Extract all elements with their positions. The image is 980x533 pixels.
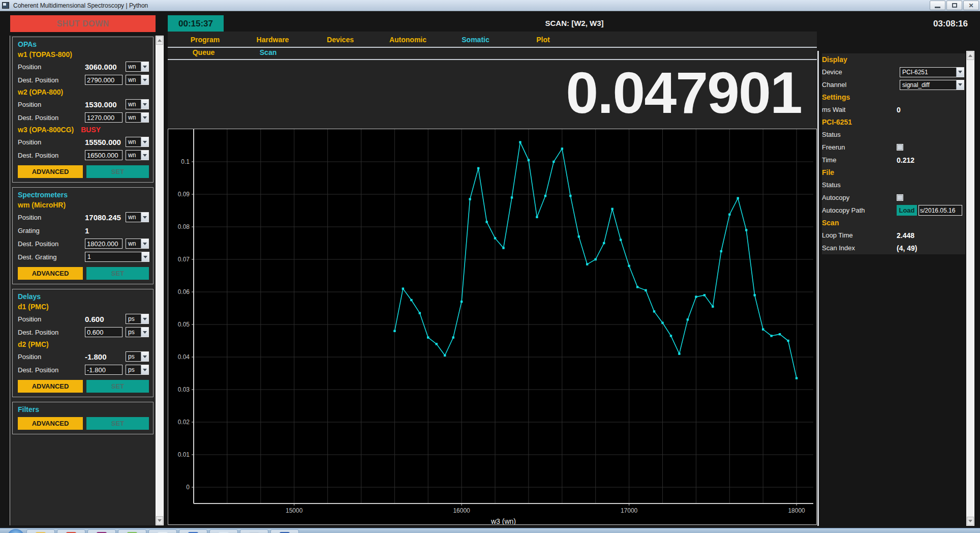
tab-somatic[interactable]: Somatic xyxy=(442,36,509,44)
w2-dest-input[interactable] xyxy=(85,112,122,123)
scroll-down-button[interactable] xyxy=(156,516,163,525)
restore-icon xyxy=(952,3,957,8)
right-panel-scrollbar[interactable] xyxy=(966,51,974,526)
d2-position-units-dropdown[interactable]: ps xyxy=(126,351,149,362)
w3-dest-input[interactable] xyxy=(85,150,122,160)
scroll-down-button[interactable] xyxy=(967,517,974,525)
w2-position-units-dropdown[interactable]: wn xyxy=(126,99,149,109)
close-button[interactable]: ✕ xyxy=(963,1,979,10)
triangle-down-icon xyxy=(158,519,162,522)
chevron-down-icon xyxy=(141,113,148,122)
tab-plot[interactable]: Plot xyxy=(509,36,577,44)
tab-queue[interactable]: Queue xyxy=(171,48,236,56)
taskbar-item[interactable] xyxy=(57,529,85,533)
svg-text:16000: 16000 xyxy=(453,507,470,514)
svg-text:0.1: 0.1 xyxy=(181,158,190,165)
hardware-sidebar: OPAs w1 (TOPAS-800) Position 3060.000 wn… xyxy=(10,36,156,525)
panel-splitter[interactable] xyxy=(817,51,819,526)
time-label: Time xyxy=(822,156,897,164)
delays-set-button[interactable]: SET xyxy=(86,380,149,393)
w1-dest-units-dropdown[interactable]: wn xyxy=(126,75,149,85)
chevron-down-icon xyxy=(141,151,148,160)
chevron-down-icon xyxy=(141,137,148,146)
wm-dest-grating-dropdown[interactable]: 1 xyxy=(85,252,149,262)
svg-text:0.06: 0.06 xyxy=(178,288,190,295)
filters-advanced-button[interactable]: ADVANCED xyxy=(18,417,83,430)
device-dropdown[interactable]: PCI-6251 xyxy=(900,67,964,77)
w1-device-name: w1 (TOPAS-800) xyxy=(18,50,149,58)
d2-position-value: -1.800 xyxy=(85,352,122,361)
wm-device-name: wm (MicroHR) xyxy=(18,201,149,209)
w3-dest-units-dropdown[interactable]: wn xyxy=(126,150,149,160)
w1-position-label: Position xyxy=(18,63,85,71)
autocopy-checkbox[interactable] xyxy=(897,194,903,201)
svg-text:17000: 17000 xyxy=(621,507,638,514)
wm-position-units-dropdown[interactable]: wn xyxy=(126,212,149,222)
d1-position-units-dropdown[interactable]: ps xyxy=(126,314,149,324)
scan-section-header: Scan xyxy=(822,217,965,229)
taskbar-item[interactable] xyxy=(240,529,268,533)
d2-dest-input[interactable] xyxy=(85,365,122,375)
wm-dest-input[interactable] xyxy=(85,239,122,249)
autocopy-path-input[interactable] xyxy=(918,205,962,216)
spectrometers-panel: Spectrometers wm (MicroHR) Position 1708… xyxy=(12,187,154,284)
restore-button[interactable] xyxy=(946,1,962,10)
tab-program[interactable]: Program xyxy=(171,36,239,44)
opas-header: OPAs xyxy=(18,40,149,48)
tab-hardware[interactable]: Hardware xyxy=(239,36,307,44)
scroll-up-button[interactable] xyxy=(156,36,163,45)
delays-advanced-button[interactable]: ADVANCED xyxy=(18,380,83,393)
svg-text:0.09: 0.09 xyxy=(178,191,190,198)
w3-busy-badge: BUSY xyxy=(81,126,101,134)
taskbar-item[interactable] xyxy=(179,529,207,533)
sidebar-scrollbar[interactable] xyxy=(156,36,164,525)
taskbar-item[interactable] xyxy=(148,529,177,533)
tab-autonomic[interactable]: Autonomic xyxy=(374,36,442,44)
spectrometers-set-button[interactable]: SET xyxy=(86,267,149,280)
tab-scan[interactable]: Scan xyxy=(236,48,300,56)
tab-devices[interactable]: Devices xyxy=(307,36,374,44)
opas-advanced-button[interactable]: ADVANCED xyxy=(18,165,83,178)
secondary-tabbar: Queue Scan xyxy=(171,48,300,56)
windows-taskbar[interactable] xyxy=(0,528,980,533)
w1-dest-input[interactable] xyxy=(85,75,122,85)
channel-dropdown[interactable]: signal_diff xyxy=(900,80,964,90)
w3-position-units-dropdown[interactable]: wn xyxy=(126,137,149,147)
scan-plot[interactable]: 00.010.020.030.040.050.060.070.080.090.1… xyxy=(168,129,817,525)
w2-position-value: 1530.000 xyxy=(85,100,122,109)
spectrometers-header: Spectrometers xyxy=(18,191,149,199)
w1-position-units-dropdown[interactable]: wn xyxy=(126,62,149,72)
start-button[interactable] xyxy=(7,529,24,533)
taskbar-item[interactable] xyxy=(270,529,299,533)
load-button[interactable]: Load xyxy=(897,205,917,216)
svg-text:w3 (wn): w3 (wn) xyxy=(491,517,516,524)
wm-position-label: Position xyxy=(18,214,85,221)
filters-set-button[interactable]: SET xyxy=(86,417,149,430)
time-value: 0.212 xyxy=(897,156,914,164)
spectrometers-advanced-button[interactable]: ADVANCED xyxy=(18,267,83,280)
loop-time-value: 2.448 xyxy=(897,231,914,240)
scroll-up-button[interactable] xyxy=(967,51,974,60)
wm-dest-units-dropdown[interactable]: wn xyxy=(126,239,149,249)
delays-header: Delays xyxy=(18,292,149,301)
pci-status-label: Status xyxy=(822,131,897,138)
shutdown-button[interactable]: SHUT DOWN xyxy=(10,15,156,32)
d1-dest-input[interactable] xyxy=(85,327,122,337)
d1-device-name: d1 (PMC) xyxy=(18,303,149,311)
d2-dest-units-dropdown[interactable]: ps xyxy=(126,365,149,375)
acquisition-panel: Display Device PCI-6251 Channel signal_d… xyxy=(822,53,965,254)
scan-status-label: SCAN: [W2, W3] xyxy=(508,19,640,27)
freerun-checkbox[interactable] xyxy=(897,144,903,151)
w2-dest-units-dropdown[interactable]: wn xyxy=(126,112,149,123)
taskbar-item[interactable] xyxy=(209,529,238,533)
minimize-button[interactable] xyxy=(930,1,945,10)
taskbar-item[interactable] xyxy=(87,529,116,533)
svg-text:0.01: 0.01 xyxy=(178,451,190,458)
w3-position-label: Position xyxy=(18,138,85,146)
chevron-down-icon xyxy=(141,314,148,323)
taskbar-item[interactable] xyxy=(26,529,55,533)
ms-wait-value: 0 xyxy=(897,106,901,114)
taskbar-item[interactable] xyxy=(118,529,146,533)
opas-set-button[interactable]: SET xyxy=(86,165,149,178)
d1-dest-units-dropdown[interactable]: ps xyxy=(126,327,149,337)
